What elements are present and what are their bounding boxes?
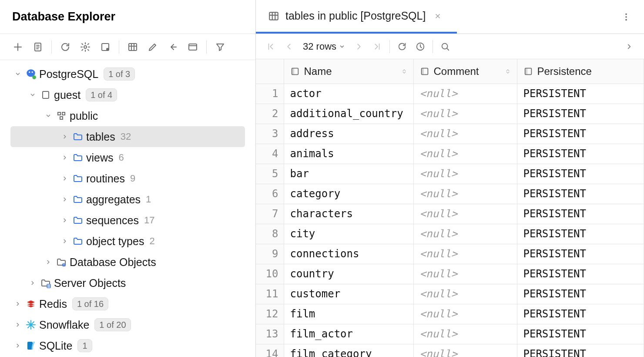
column-header-rownum[interactable]	[256, 59, 284, 84]
table-row[interactable]: 13film_actor<null>PERSISTENT	[256, 324, 644, 344]
edit-button[interactable]	[144, 38, 162, 56]
cell-persistence[interactable]: PERSISTENT	[517, 164, 644, 184]
cell-persistence[interactable]: PERSISTENT	[517, 344, 644, 357]
cell-persistence[interactable]: PERSISTENT	[517, 244, 644, 264]
refresh-button[interactable]	[56, 38, 74, 56]
tree-node-sqlite[interactable]: SQLite 1	[0, 335, 255, 356]
sort-icon[interactable]	[401, 67, 407, 75]
table-row[interactable]: 8city<null>PERSISTENT	[256, 224, 644, 244]
row-number[interactable]: 3	[256, 124, 284, 144]
cell-comment[interactable]: <null>	[413, 144, 517, 164]
cell-name[interactable]: actor	[284, 84, 413, 104]
cell-name[interactable]: animals	[284, 144, 413, 164]
console-button[interactable]	[29, 38, 47, 56]
cell-comment[interactable]: <null>	[413, 104, 517, 124]
column-header-comment[interactable]: Comment	[413, 59, 517, 84]
cell-name[interactable]: characters	[284, 204, 413, 224]
cell-persistence[interactable]: PERSISTENT	[517, 324, 644, 344]
stop-button[interactable]	[96, 38, 114, 56]
cell-persistence[interactable]: PERSISTENT	[517, 224, 644, 244]
row-number[interactable]: 12	[256, 304, 284, 324]
row-number[interactable]: 13	[256, 324, 284, 344]
cell-name[interactable]: additional_country	[284, 104, 413, 124]
cell-comment[interactable]: <null>	[413, 344, 517, 357]
reload-button[interactable]	[393, 38, 411, 55]
filter-button[interactable]	[211, 38, 229, 56]
cell-comment[interactable]: <null>	[413, 324, 517, 344]
row-number[interactable]: 14	[256, 344, 284, 357]
history-button[interactable]	[412, 38, 429, 55]
tree-node-redis[interactable]: Redis 1 of 16	[0, 293, 255, 314]
cell-comment[interactable]: <null>	[413, 84, 517, 104]
chevron-down-icon[interactable]	[43, 113, 54, 119]
rows-count-dropdown[interactable]: 32 rows	[299, 41, 349, 52]
cell-name[interactable]: film_actor	[284, 324, 413, 344]
chevron-right-icon[interactable]	[59, 217, 70, 223]
view-button[interactable]	[184, 38, 202, 56]
tree-node-sequences[interactable]: sequences 17	[0, 210, 255, 231]
cell-persistence[interactable]: PERSISTENT	[517, 104, 644, 124]
sort-icon[interactable]	[505, 67, 511, 75]
tree-node-tables[interactable]: tables 32	[10, 126, 245, 147]
expand-button[interactable]	[621, 38, 638, 55]
last-page-button[interactable]	[369, 38, 386, 55]
row-number[interactable]: 5	[256, 164, 284, 184]
column-header-name[interactable]: Name	[284, 59, 413, 84]
table-row[interactable]: 12film<null>PERSISTENT	[256, 304, 644, 324]
tree-node-guest[interactable]: guest 1 of 4	[0, 84, 255, 105]
chevron-right-icon[interactable]	[59, 175, 70, 182]
cell-name[interactable]: bar	[284, 164, 413, 184]
cell-persistence[interactable]: PERSISTENT	[517, 204, 644, 224]
cell-name[interactable]: connections	[284, 244, 413, 264]
chevron-right-icon[interactable]	[59, 155, 70, 161]
cell-persistence[interactable]: PERSISTENT	[517, 304, 644, 324]
cell-comment[interactable]: <null>	[413, 204, 517, 224]
table-view-button[interactable]	[124, 38, 142, 56]
cell-comment[interactable]: <null>	[413, 124, 517, 144]
row-number[interactable]: 10	[256, 264, 284, 284]
row-number[interactable]: 9	[256, 244, 284, 264]
cell-name[interactable]: city	[284, 224, 413, 244]
cell-comment[interactable]: <null>	[413, 264, 517, 284]
cell-comment[interactable]: <null>	[413, 164, 517, 184]
cell-name[interactable]: country	[284, 264, 413, 284]
cell-comment[interactable]: <null>	[413, 244, 517, 264]
tree-node-routines[interactable]: routines 9	[0, 168, 255, 189]
prev-page-button[interactable]	[280, 38, 298, 55]
tree-node-object-types[interactable]: object types 2	[0, 231, 255, 252]
tree-node-postgresql[interactable]: PostgreSQL 1 of 3	[0, 64, 255, 84]
table-row[interactable]: 6category<null>PERSISTENT	[256, 184, 644, 204]
row-number[interactable]: 11	[256, 284, 284, 304]
cell-persistence[interactable]: PERSISTENT	[517, 124, 644, 144]
jump-button[interactable]	[164, 38, 182, 56]
cell-name[interactable]: address	[284, 124, 413, 144]
table-row[interactable]: 2additional_country<null>PERSISTENT	[256, 104, 644, 124]
tree-node-aggregates[interactable]: aggregates 1	[0, 189, 255, 210]
row-number[interactable]: 6	[256, 184, 284, 204]
tree-node-views[interactable]: views 6	[0, 147, 255, 168]
table-row[interactable]: 3address<null>PERSISTENT	[256, 124, 644, 144]
chevron-down-icon[interactable]	[27, 92, 38, 98]
more-options-button[interactable]	[617, 8, 635, 26]
cell-persistence[interactable]: PERSISTENT	[517, 84, 644, 104]
cell-name[interactable]: film_category	[284, 344, 413, 357]
cell-name[interactable]: film	[284, 304, 413, 324]
table-row[interactable]: 11customer<null>PERSISTENT	[256, 284, 644, 304]
table-row[interactable]: 4animals<null>PERSISTENT	[256, 144, 644, 164]
tab-tables-in-public[interactable]: tables in public [PostgreSQL]	[256, 0, 457, 34]
chevron-right-icon[interactable]	[12, 343, 23, 349]
cell-comment[interactable]: <null>	[413, 304, 517, 324]
close-tab-button[interactable]	[432, 10, 444, 22]
chevron-right-icon[interactable]	[59, 238, 70, 244]
row-number[interactable]: 1	[256, 84, 284, 104]
table-row[interactable]: 10country<null>PERSISTENT	[256, 264, 644, 284]
chevron-down-icon[interactable]	[12, 71, 23, 77]
cell-persistence[interactable]: PERSISTENT	[517, 184, 644, 204]
table-row[interactable]: 9connections<null>PERSISTENT	[256, 244, 644, 264]
next-page-button[interactable]	[350, 38, 368, 55]
chevron-right-icon[interactable]	[27, 280, 38, 286]
search-button[interactable]	[436, 38, 454, 55]
chevron-right-icon[interactable]	[59, 134, 70, 140]
cell-comment[interactable]: <null>	[413, 184, 517, 204]
tree-node-public[interactable]: public	[0, 105, 255, 126]
